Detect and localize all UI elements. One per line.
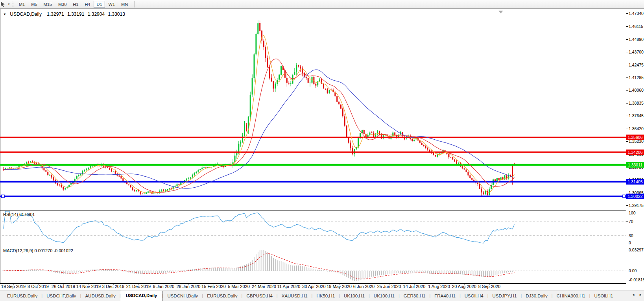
ohlc-high: 1.33191: [67, 11, 84, 17]
date-axis-label: 25 Jun 2020: [377, 284, 401, 289]
price-axis-tickmark: [626, 103, 628, 103]
price-axis-tickmark: [626, 205, 628, 206]
ohlc-open: 1.32971: [47, 11, 64, 17]
chart-tab-fra40-h1[interactable]: FRA40,H1: [430, 292, 459, 301]
price-axis-label: 1.42475: [629, 63, 644, 67]
mt4-terminal: ▼ M1M5M15M30H1H4D1W1MN ▼ USDCAD,Daily 1.…: [0, 0, 644, 301]
price-chart-canvas[interactable]: [0, 0, 644, 301]
date-axis-label: 26 Oct 2019: [52, 284, 75, 289]
tab-scroll-left-icon[interactable]: ◄: [631, 293, 635, 297]
price-axis-tickmark: [626, 26, 628, 27]
macd-axis-tickmark: [626, 280, 628, 280]
chart-tab-eurusd-daily[interactable]: EURUSD,Daily: [3, 292, 41, 301]
rsi-axis-label: 30: [629, 233, 644, 238]
date-axis-label: 19 Sep 2019: [1, 284, 26, 289]
date-axis-label: 24 Mar 2020: [252, 284, 276, 289]
macd-axis-tickmark: [626, 271, 628, 271]
rsi-line: [4, 211, 515, 243]
ma-fast-line: [4, 35, 515, 193]
macd-indicator-label: MACD(12,26,9) 0.001270 -0.001022: [3, 248, 73, 253]
rsi-axis-tickmark: [626, 236, 628, 236]
price-axis-tickmark: [626, 78, 628, 78]
chart-tab-usdcad-daily[interactable]: USDCAD,Daily: [121, 291, 162, 301]
chart-tab-usdcnh-daily[interactable]: USDCNH,Daily: [163, 292, 202, 301]
date-axis-label: 20 Aug 2020: [452, 284, 476, 289]
date-axis-label: 19 May 2020: [327, 284, 352, 289]
date-axis-label: 9 Jan 2020: [153, 284, 174, 289]
price-axis-tickmark: [626, 90, 628, 90]
rsi-axis-tickmark: [626, 222, 628, 222]
ma-slow-line: [4, 70, 515, 188]
price-axis-label: 1.36420: [629, 126, 644, 131]
chart-tab-uk100-h1[interactable]: UK100,H1: [370, 292, 399, 301]
price-line-badge-1.33011: 1.33011: [626, 162, 644, 168]
price-axis-tickmark: [626, 141, 628, 142]
macd-axis-label: -0.018154: [629, 277, 644, 282]
chart-tab-usoil-h4[interactable]: USOil,H4: [461, 292, 487, 301]
date-axis-label: 8 Sep 2020: [478, 284, 500, 289]
chart-tab-ger30-h1[interactable]: GER30,H1: [400, 292, 430, 301]
price-axis-tickmark: [626, 129, 628, 129]
price-axis-tickmark: [626, 13, 628, 14]
chart-tab-gbpusd-h4[interactable]: GBPUSD,H4: [242, 292, 276, 301]
chart-tab-dj30-daily[interactable]: DJ30,Daily: [522, 292, 552, 301]
chart-tab-china300-h1[interactable]: CHINA300,H1: [553, 292, 589, 301]
price-axis-label: 1.41285: [629, 75, 644, 80]
date-axis-label: 8 Oct 2019: [28, 284, 49, 289]
date-axis-label: 6 Jun 2020: [353, 284, 375, 289]
rsi-axis-label: 0: [629, 240, 644, 245]
rsi-axis-label: 70: [629, 219, 644, 224]
price-axis-label: 1.40060: [629, 88, 644, 92]
chart-tab-uk100-h1[interactable]: UK100,H1: [340, 292, 369, 301]
macd-histogram: [4, 250, 515, 281]
date-axis-label: 3 Dec 2019: [102, 284, 124, 289]
ohlc-close: 1.33013: [108, 11, 125, 17]
rsi-axis-label: 100: [629, 211, 644, 215]
hline-selection-handle[interactable]: [2, 195, 4, 198]
date-axis-label: 21 Dec 2019: [126, 284, 151, 289]
price-axis-tickmark: [626, 116, 628, 116]
chart-tab-usoil-h1[interactable]: USOil,H1: [590, 292, 617, 301]
date-axis-label: 14 Jul 2020: [403, 284, 426, 289]
date-axis-label: 28 Jan 2020: [177, 284, 201, 289]
chart-tab-eurusd-daily[interactable]: EURUSD,Daily: [203, 292, 241, 301]
chart-tab-usdjpy-h1[interactable]: USDJPY,H1: [489, 292, 521, 301]
tab-scroll-right-icon[interactable]: ►: [639, 293, 642, 297]
rsi-axis-tickmark: [626, 243, 628, 243]
date-axis-label: 11 Apr 2020: [277, 284, 301, 289]
macd-signal-line: [4, 254, 515, 279]
price-axis-tickmark: [626, 39, 628, 40]
rsi-axis-tickmark: [626, 213, 628, 213]
candles-layer: [3, 20, 515, 198]
price-axis-tickmark: [626, 65, 628, 65]
chart-tab-usdchf-daily[interactable]: USDCHF,Daily: [42, 292, 80, 301]
date-axis-label: 15 Feb 2020: [201, 284, 226, 289]
price-axis-tickmark: [626, 193, 628, 193]
hline-selection-handle[interactable]: [623, 195, 626, 198]
chart-title: ▼ USDCAD,Daily 1.32971 1.33191 1.32904 1…: [3, 11, 127, 17]
date-axis-label: 30 Apr 2020: [302, 284, 325, 289]
chart-tabs: EURUSD,Daily|USDCHF,Daily|AUDUSD,Daily|U…: [3, 291, 617, 301]
ma-medium-line: [4, 59, 515, 192]
macd-axis-label: 0.00: [629, 268, 644, 273]
tab-scroll-controls: ◄ ►: [631, 293, 642, 297]
chart-tab-hk50-h1[interactable]: HK50,H1: [312, 292, 339, 301]
price-axis-label: 1.37645: [629, 113, 644, 118]
macd-axis-label: 0.032972: [629, 247, 644, 252]
price-axis-label: 1.38835: [629, 101, 644, 105]
price-axis-tickmark: [626, 52, 628, 52]
price-axis-label: 1.47340: [629, 11, 644, 16]
chart-expand-arrow-icon[interactable]: ▼: [3, 13, 6, 16]
price-axis-label: 1.44890: [629, 37, 644, 42]
price-line-badge-1.30022: 1.30022: [626, 194, 644, 199]
date-axis-label: 5 Mar 2020: [228, 284, 250, 289]
date-axis-label: 14 Nov 2019: [76, 284, 101, 289]
price-line-badge-1.34206: 1.34206: [626, 150, 644, 155]
chart-tab-xauusd-h1[interactable]: XAUUSD,H1: [278, 292, 312, 301]
price-line-badge-1.35606: 1.35606: [626, 135, 644, 140]
chart-tab-audusd-daily[interactable]: AUDUSD,Daily: [81, 292, 119, 301]
date-axis-label: 1 Aug 2020: [428, 284, 450, 289]
rsi-indicator-label: RSI(14) 61.8901: [3, 212, 35, 217]
price-axis-label: 1.29175: [629, 203, 644, 208]
chart-symbol-period: USDCAD,Daily: [10, 11, 42, 17]
